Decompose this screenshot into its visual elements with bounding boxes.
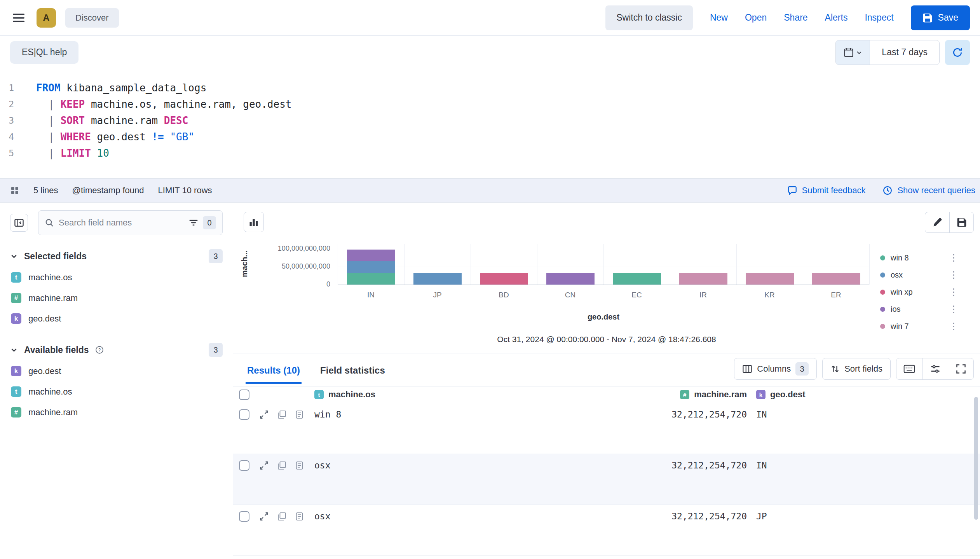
legend-options-icon[interactable]: ⋮ xyxy=(949,286,960,297)
code-line[interactable]: 2 | KEEP machine.os, machine.ram, geo.de… xyxy=(0,96,980,112)
filter-icon[interactable] xyxy=(189,218,198,227)
tab-field-statistics[interactable]: Field statistics xyxy=(319,365,387,384)
keyboard-shortcuts-button[interactable] xyxy=(896,358,922,379)
available-fields-header[interactable]: Available fields ? 3 xyxy=(10,342,223,358)
copy-row-button[interactable] xyxy=(277,410,286,419)
menu-button[interactable] xyxy=(10,9,27,26)
code-token xyxy=(54,131,61,143)
legend-item-win-7[interactable]: win 7⋮ xyxy=(880,318,960,335)
legend-options-icon[interactable]: ⋮ xyxy=(949,252,960,263)
nav-link-share[interactable]: Share xyxy=(784,12,807,23)
field-type-icon: t xyxy=(314,390,324,399)
save-visualization-button[interactable] xyxy=(949,212,973,232)
row-checkbox[interactable] xyxy=(239,460,249,471)
bar-segment-osx[interactable] xyxy=(413,273,462,285)
bar-CN[interactable] xyxy=(546,273,595,285)
table-row[interactable]: osx32,212,254,720JP xyxy=(233,505,980,556)
column-header-geo-dest[interactable]: k geo.dest xyxy=(750,390,980,400)
field-item-geo.dest[interactable]: kgeo.dest xyxy=(10,361,223,381)
field-item-geo.dest[interactable]: kgeo.dest xyxy=(10,308,223,329)
legend-item-win-8[interactable]: win 8⋮ xyxy=(880,249,960,266)
bar-IR[interactable] xyxy=(679,273,727,285)
edit-visualization-button[interactable] xyxy=(925,212,949,232)
bar-KR[interactable] xyxy=(746,273,794,285)
nav-link-new[interactable]: New xyxy=(710,12,728,23)
field-item-machine.os[interactable]: tmachine.os xyxy=(10,267,223,288)
view-document-button[interactable] xyxy=(295,512,304,521)
space-avatar[interactable]: A xyxy=(37,8,56,28)
bar-JP[interactable] xyxy=(413,273,462,285)
field-type-icon: # xyxy=(11,407,21,418)
vertical-scrollbar[interactable] xyxy=(974,397,978,520)
date-quick-select-button[interactable] xyxy=(836,40,870,65)
field-type-icon: t xyxy=(11,272,21,283)
switch-to-classic-button[interactable]: Switch to classic xyxy=(605,5,693,30)
bar-BD[interactable] xyxy=(480,273,528,285)
bar-segment-win-7[interactable] xyxy=(679,273,727,285)
show-recent-queries-link[interactable]: Show recent queries xyxy=(882,185,975,196)
esql-editor[interactable]: 1FROM kibana_sample_data_logs2 | KEEP ma… xyxy=(0,69,980,178)
breadcrumb-discover[interactable]: Discover xyxy=(65,8,119,28)
time-range-value[interactable]: Last 7 days xyxy=(870,40,939,65)
view-document-button[interactable] xyxy=(295,410,304,419)
select-all-checkbox[interactable] xyxy=(239,390,249,400)
submit-feedback-link[interactable]: Submit feedback xyxy=(787,185,866,196)
nav-link-inspect[interactable]: Inspect xyxy=(865,12,893,23)
row-checkbox[interactable] xyxy=(239,511,249,522)
bar-segment-win-7[interactable] xyxy=(746,273,794,285)
bar-segment-win-8[interactable] xyxy=(347,273,395,285)
expand-row-button[interactable] xyxy=(259,512,269,521)
legend-options-icon[interactable]: ⋮ xyxy=(949,321,960,332)
display-options-button[interactable] xyxy=(922,358,948,379)
bar-IN[interactable] xyxy=(347,250,395,285)
document-icon xyxy=(295,410,304,419)
bar-segment-ios[interactable] xyxy=(347,250,395,261)
collapse-sidebar-button[interactable] xyxy=(10,214,28,232)
fullscreen-button[interactable] xyxy=(948,358,973,379)
tab-results[interactable]: Results (10) xyxy=(246,365,302,384)
bar-segment-ios[interactable] xyxy=(546,273,595,285)
bar-segment-win-xp[interactable] xyxy=(480,273,528,285)
x-axis-title: geo.dest xyxy=(338,313,869,321)
field-search-input[interactable]: Search field names 0 xyxy=(38,210,223,235)
nav-link-alerts[interactable]: Alerts xyxy=(825,12,848,23)
table-row[interactable]: osx32,212,254,720IN xyxy=(233,454,980,505)
legend-options-icon[interactable]: ⋮ xyxy=(949,304,960,314)
save-button[interactable]: Save xyxy=(911,5,970,30)
bar-ER[interactable] xyxy=(812,273,860,285)
esql-help-button[interactable]: ES|QL help xyxy=(10,41,78,64)
columns-button[interactable]: Columns 3 xyxy=(734,358,817,380)
legend-item-osx[interactable]: osx⋮ xyxy=(880,266,960,283)
field-type-icon: # xyxy=(11,293,21,303)
bar-segment-osx[interactable] xyxy=(347,261,395,273)
code-line[interactable]: 1FROM kibana_sample_data_logs xyxy=(0,80,980,96)
refresh-icon xyxy=(952,47,963,58)
column-header-machine-os[interactable]: t machine.os xyxy=(314,390,668,400)
sort-fields-button[interactable]: Sort fields xyxy=(822,358,891,380)
view-document-button[interactable] xyxy=(295,461,304,470)
legend-item-win-xp[interactable]: win xp⋮ xyxy=(880,283,960,300)
column-header-machine-ram[interactable]: # machine.ram xyxy=(668,390,750,400)
field-item-machine.os[interactable]: tmachine.os xyxy=(10,381,223,402)
refresh-button[interactable] xyxy=(945,40,970,65)
copy-row-button[interactable] xyxy=(277,461,286,470)
table-row[interactable]: win 832,212,254,720IN xyxy=(233,403,980,454)
code-token xyxy=(54,98,61,110)
code-line[interactable]: 4 | WHERE geo.dest != "GB" xyxy=(0,129,980,145)
field-item-machine.ram[interactable]: #machine.ram xyxy=(10,402,223,423)
legend-options-icon[interactable]: ⋮ xyxy=(949,269,960,280)
nav-link-open[interactable]: Open xyxy=(745,12,767,23)
row-checkbox[interactable] xyxy=(239,409,249,420)
legend-item-ios[interactable]: ios⋮ xyxy=(880,300,960,318)
bar-segment-win-7[interactable] xyxy=(812,273,860,285)
field-item-machine.ram[interactable]: #machine.ram xyxy=(10,288,223,308)
bar-EC[interactable] xyxy=(613,273,661,285)
bar-segment-win-8[interactable] xyxy=(613,273,661,285)
copy-row-button[interactable] xyxy=(277,512,286,521)
code-line[interactable]: 5 | LIMIT 10 xyxy=(0,145,980,161)
selected-fields-header[interactable]: Selected fields 3 xyxy=(10,248,223,264)
code-line[interactable]: 3 | SORT machine.ram DESC xyxy=(0,112,980,129)
help-icon[interactable]: ? xyxy=(95,346,104,354)
expand-row-button[interactable] xyxy=(259,410,269,419)
expand-row-button[interactable] xyxy=(259,461,269,470)
